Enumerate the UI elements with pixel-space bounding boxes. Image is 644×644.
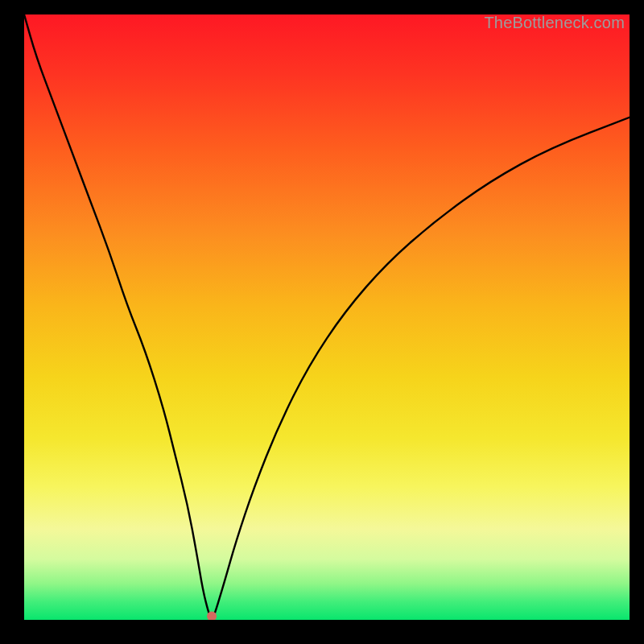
plot-area: TheBottleneck.com (24, 14, 630, 620)
chart-frame: TheBottleneck.com (0, 0, 644, 644)
curve-layer (24, 14, 630, 620)
bottleneck-curve (24, 14, 630, 618)
